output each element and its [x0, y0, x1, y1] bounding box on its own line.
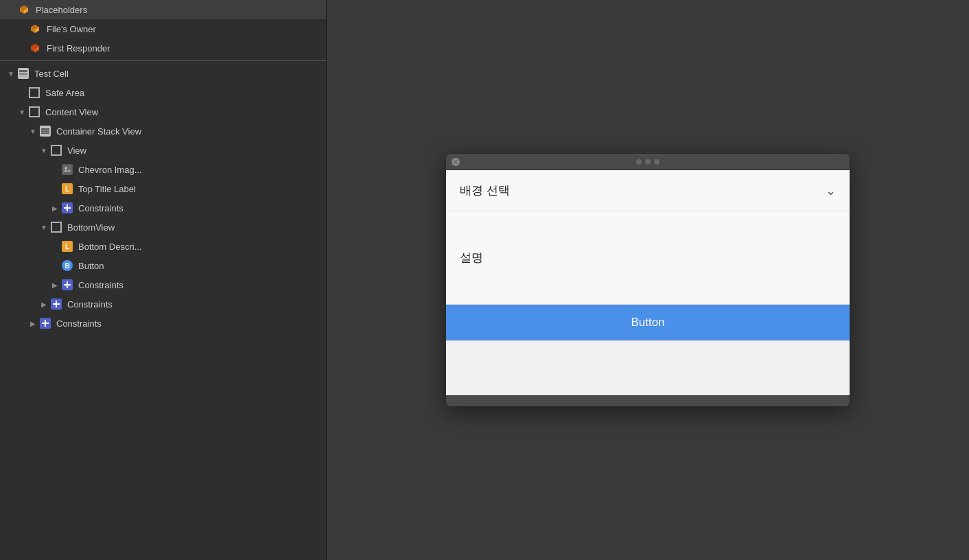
svg-rect-14 — [19, 75, 27, 77]
square-icon-safe-area — [29, 87, 40, 98]
button-label: Button — [631, 316, 664, 329]
button-icon-button: B — [62, 260, 73, 271]
chevron-bottom-view[interactable] — [38, 222, 49, 233]
stack-icon-test-cell — [18, 68, 29, 79]
label-constraints-3: Constraints — [67, 299, 113, 310]
tree-item-top-title-label[interactable]: LTop Title Label — [0, 179, 326, 198]
tree-item-safe-area[interactable]: Safe Area — [0, 83, 326, 102]
image-icon-chevron-image — [62, 164, 73, 175]
stack-icon-container-stack-view — [40, 126, 51, 137]
cube1-icon-first-responder — [29, 42, 41, 54]
tree-item-test-cell[interactable]: Test Cell — [0, 64, 326, 83]
svg-rect-27 — [45, 320, 46, 327]
tree-item-content-view[interactable]: Content View — [0, 102, 326, 121]
label-bottom-descri: Bottom Descri... — [78, 242, 141, 252]
dropdown-row[interactable]: 배경 선택 ⌄ — [446, 170, 850, 211]
preview-content: 배경 선택 ⌄ 설명 Button — [446, 170, 850, 395]
svg-rect-17 — [41, 132, 49, 134]
constraints-icon-constraints-2 — [62, 279, 73, 290]
label-view: View — [67, 145, 86, 156]
preview-footer — [446, 395, 850, 406]
svg-rect-21 — [67, 205, 68, 211]
label-chevron-image: Chevron Imag... — [78, 165, 142, 175]
tree-item-constraints-1[interactable]: Constraints — [0, 198, 326, 218]
chevron-test-cell[interactable] — [5, 68, 16, 79]
chevron-down-icon: ⌄ — [826, 183, 836, 198]
chevron-constraints-2[interactable] — [49, 279, 60, 290]
chevron-container-stack-view[interactable] — [27, 126, 38, 137]
label-constraints-4: Constraints — [56, 318, 102, 329]
titlebar-dots — [636, 159, 659, 165]
close-button[interactable]: ✕ — [452, 158, 460, 166]
constraints-icon-constraints-3 — [51, 299, 62, 310]
label-constraints-2: Constraints — [78, 280, 124, 290]
tree-item-bottom-descri[interactable]: LBottom Descri... — [0, 237, 326, 256]
tree-item-placeholders[interactable]: Placeholders — [0, 0, 326, 19]
tree-item-view[interactable]: View — [0, 141, 326, 160]
right-panel: ✕ 배경 선택 ⌄ 설명 Button — [327, 0, 969, 560]
tree-item-container-stack-view[interactable]: Container Stack View — [0, 121, 326, 141]
chevron-view[interactable] — [38, 145, 49, 156]
preview-bottom-area — [446, 340, 850, 395]
cube-icon-files-owner — [29, 23, 41, 35]
preview-window: ✕ 배경 선택 ⌄ 설명 Button — [445, 153, 850, 407]
square-icon-bottom-view — [51, 222, 62, 233]
svg-rect-25 — [56, 301, 57, 307]
label-first-responder: First Responder — [47, 43, 110, 54]
tree-item-button[interactable]: BButton — [0, 256, 326, 275]
chevron-content-view[interactable] — [16, 106, 27, 117]
tree-item-constraints-3[interactable]: Constraints — [0, 294, 326, 314]
label-files-owner: File's Owner — [47, 24, 96, 34]
tree-item-first-responder[interactable]: First Responder — [0, 38, 326, 58]
svg-rect-23 — [67, 281, 68, 288]
label-button: Button — [78, 261, 104, 271]
svg-rect-18 — [63, 165, 71, 174]
label-icon-top-title-label: L — [62, 183, 73, 194]
dropdown-label: 배경 선택 — [460, 183, 510, 198]
chevron-constraints-4[interactable] — [27, 318, 38, 329]
tree-item-constraints-2[interactable]: Constraints — [0, 275, 326, 294]
preview-titlebar: ✕ — [446, 154, 850, 170]
label-constraints-1: Constraints — [78, 203, 124, 213]
description-label: 설명 — [460, 250, 483, 266]
label-safe-area: Safe Area — [45, 88, 84, 98]
svg-point-19 — [65, 167, 67, 170]
label-content-view: Content View — [45, 107, 98, 117]
svg-rect-16 — [41, 130, 49, 132]
constraints-icon-constraints-1 — [62, 202, 73, 213]
label-bottom-view: BottomView — [67, 222, 115, 233]
tree-item-files-owner[interactable]: File's Owner — [0, 19, 326, 38]
tree-item-bottom-view[interactable]: BottomView — [0, 218, 326, 237]
description-row: 설명 — [446, 211, 850, 305]
button-row[interactable]: Button — [446, 305, 850, 340]
constraints-icon-constraints-4 — [40, 318, 51, 329]
label-test-cell: Test Cell — [34, 69, 69, 79]
chevron-constraints-3[interactable] — [38, 299, 49, 310]
left-panel: Placeholders File's Owner First Responde… — [0, 0, 327, 560]
chevron-constraints-1[interactable] — [49, 202, 60, 213]
svg-rect-15 — [41, 128, 49, 130]
label-container-stack-view: Container Stack View — [56, 126, 141, 137]
square-icon-view — [51, 145, 62, 156]
square-icon-content-view — [29, 106, 40, 117]
label-placeholders: Placeholders — [36, 5, 87, 15]
svg-rect-13 — [19, 73, 27, 75]
tree-item-constraints-4[interactable]: Constraints — [0, 314, 326, 333]
tree-item-chevron-image[interactable]: Chevron Imag... — [0, 160, 326, 179]
svg-rect-12 — [19, 70, 27, 72]
cube-icon-placeholders — [18, 3, 30, 16]
label-icon-bottom-descri: L — [62, 241, 73, 252]
label-top-title-label: Top Title Label — [78, 184, 136, 194]
